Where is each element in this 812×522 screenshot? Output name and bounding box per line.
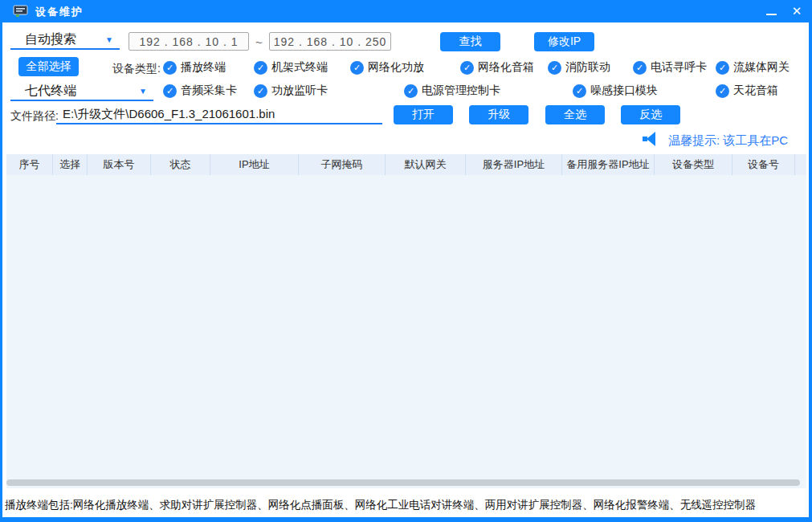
checkbox-label: 音频采集卡	[181, 84, 237, 98]
column-header-device-number[interactable]: 设备号	[732, 154, 795, 175]
checkbox-checked-icon: ✓	[254, 61, 267, 75]
ip-range-separator: ~	[255, 35, 263, 49]
column-header-backup-server[interactable]: 备用服务器IP地址	[562, 154, 655, 175]
checkbox-checked-icon: ✓	[716, 61, 729, 75]
column-header-server-ip[interactable]: 服务器IP地址	[466, 154, 562, 175]
window-border-left	[0, 22, 2, 522]
horizontal-scrollbar[interactable]	[6, 479, 800, 486]
checkbox-label: 天花音箱	[733, 84, 778, 98]
invert-selection-button[interactable]: 反选	[621, 105, 680, 124]
checkbox-checked-icon: ✓	[460, 61, 474, 75]
minimize-icon	[766, 14, 777, 15]
device-type-label: 设备类型:	[112, 62, 161, 76]
checkbox-label: 功放监听卡	[271, 84, 328, 98]
checkbox-checked-icon: ✓	[548, 61, 561, 75]
select-all-devices-button[interactable]: 全部选择	[18, 57, 79, 76]
checkbox-checked-icon: ✓	[573, 84, 586, 98]
checkbox-power-mgmt-card[interactable]: ✓ 电源管理控制卡	[404, 84, 500, 98]
speaker-icon	[641, 130, 659, 148]
checkbox-ceiling-speaker[interactable]: ✓ 天花音箱	[716, 84, 778, 98]
checkbox-label: 机架式终端	[271, 60, 328, 75]
device-table-body	[6, 175, 806, 488]
titlebar: 设备维护 ✕	[0, 0, 812, 22]
close-icon: ✕	[792, 4, 802, 18]
column-header-ip[interactable]: IP地址	[210, 154, 299, 175]
select-all-rows-button[interactable]: 全选	[545, 105, 605, 124]
ip-end-input[interactable]	[269, 32, 391, 51]
file-path-label: 文件路径:	[10, 109, 59, 124]
search-mode-dropdown[interactable]: 自动搜索 ▼	[10, 31, 120, 50]
column-header-device-type[interactable]: 设备类型	[655, 154, 732, 175]
statusbar-text: 播放终端包括:网络化播放终端、求助对讲扩展控制器、网络化点播面板、网络化工业电话…	[5, 495, 808, 516]
checkbox-label: 流媒体网关	[733, 60, 790, 75]
checkbox-checked-icon: ✓	[404, 84, 418, 98]
checkbox-label: 网络化音箱	[478, 60, 534, 75]
search-mode-value: 自动搜索	[10, 31, 76, 48]
column-header-subnet-mask[interactable]: 子网掩码	[299, 154, 386, 175]
close-button[interactable]: ✕	[785, 0, 809, 22]
checkbox-checked-icon: ✓	[633, 61, 647, 75]
column-header-select[interactable]: 选择	[53, 154, 88, 175]
device-table-header: 序号 选择 版本号 状态 IP地址 子网掩码 默认网关 服务器IP地址 备用服务…	[6, 154, 806, 175]
file-path-field[interactable]: E:\升级文件\D6606_F1.3_21061601.bin	[56, 107, 382, 124]
notice-text: 温馨提示: 该工具在PC	[668, 133, 812, 149]
column-header-gateway[interactable]: 默认网关	[386, 154, 466, 175]
checkbox-label: 噪感接口模块	[590, 84, 658, 98]
checkbox-fire-linkage[interactable]: ✓ 消防联动	[548, 60, 610, 75]
checkbox-checked-icon: ✓	[716, 84, 729, 98]
checkbox-label: 消防联动	[565, 60, 610, 75]
checkbox-checked-icon: ✓	[254, 84, 267, 98]
terminal-generation-value: 七代终端	[10, 83, 76, 100]
checkbox-play-terminal[interactable]: ✓ 播放终端	[163, 60, 226, 75]
device-maintenance-window: 设备维护 ✕ 自动搜索 ▼ ~ 查找 修改IP 全部选择 设备类型: ✓ 播放终…	[0, 0, 812, 522]
checkbox-streaming-gateway[interactable]: ✓ 流媒体网关	[716, 60, 790, 75]
terminal-generation-dropdown[interactable]: 七代终端 ▼	[10, 82, 153, 101]
checkbox-label: 电源管理控制卡	[422, 84, 500, 98]
chevron-down-icon: ▼	[139, 87, 147, 96]
window-border-bottom	[0, 517, 812, 522]
statusbar: 播放终端包括:网络化播放终端、求助对讲扩展控制器、网络化点播面板、网络化工业电话…	[5, 495, 808, 516]
column-header-version[interactable]: 版本号	[88, 154, 151, 175]
checkbox-network-amplifier[interactable]: ✓ 网络化功放	[350, 60, 424, 75]
find-button[interactable]: 查找	[440, 32, 500, 51]
file-path-value: E:\升级文件\D6606_F1.3_21061601.bin	[56, 107, 382, 122]
minimize-button[interactable]	[759, 0, 783, 22]
checkbox-audio-capture-card[interactable]: ✓ 音频采集卡	[163, 84, 237, 98]
upgrade-button[interactable]: 升级	[469, 105, 528, 124]
checkbox-label: 电话寻呼卡	[651, 60, 707, 75]
checkbox-noise-interface-module[interactable]: ✓ 噪感接口模块	[573, 84, 658, 98]
window-title: 设备维护	[35, 5, 84, 19]
column-header-index[interactable]: 序号	[6, 154, 53, 175]
window-border-right	[809, 22, 812, 522]
checkbox-checked-icon: ✓	[163, 61, 177, 75]
modify-ip-button[interactable]: 修改IP	[534, 32, 594, 51]
checkbox-amp-monitor-card[interactable]: ✓ 功放监听卡	[254, 84, 328, 98]
checkbox-checked-icon: ✓	[163, 84, 177, 98]
column-header-status[interactable]: 状态	[151, 154, 210, 175]
checkbox-network-speaker[interactable]: ✓ 网络化音箱	[460, 60, 534, 75]
chevron-down-icon: ▼	[105, 35, 113, 44]
checkbox-checked-icon: ✓	[350, 61, 364, 75]
checkbox-label: 网络化功放	[368, 60, 424, 75]
app-icon	[13, 5, 28, 18]
ip-start-input[interactable]	[129, 32, 249, 51]
checkbox-rack-terminal[interactable]: ✓ 机架式终端	[254, 60, 328, 75]
checkbox-label: 播放终端	[181, 60, 226, 75]
open-button[interactable]: 打开	[394, 105, 453, 124]
checkbox-phone-paging-card[interactable]: ✓ 电话寻呼卡	[633, 60, 707, 75]
column-header-filler	[795, 154, 806, 175]
